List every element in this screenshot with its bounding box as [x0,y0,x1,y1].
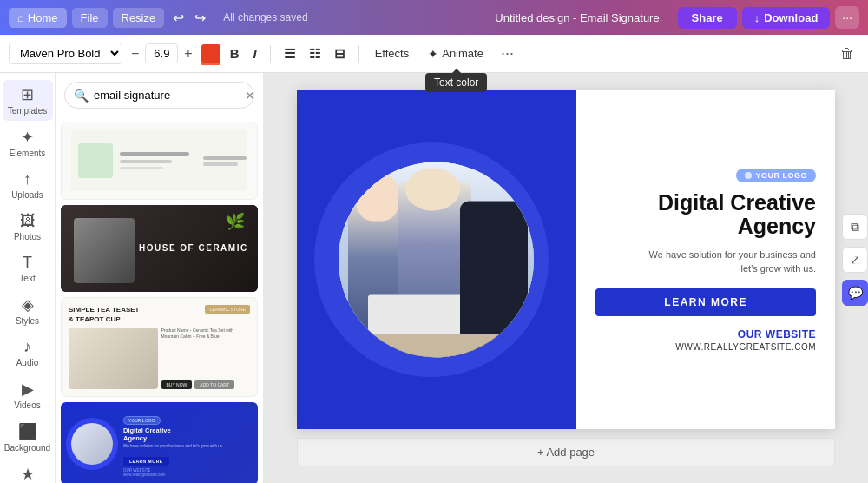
file-button[interactable]: File [72,8,108,28]
text-options-button[interactable]: ⊟ [330,44,350,63]
list-button[interactable]: ☷ [305,44,325,63]
nav-more-button[interactable]: ··· [835,6,859,29]
sidebar-item-styles[interactable]: ◈ Styles [3,290,53,331]
redo-button[interactable]: ↪ [191,8,209,28]
elements-icon: ✦ [21,128,34,147]
canvas-website-url: WWW.REALLYGREATSITE.COM [595,342,816,352]
search-input-wrap: 🔍 ✕ ⚙ [64,82,254,109]
canvas-main-title: Digital Creative Agency [595,191,816,239]
search-bar: 🔍 ✕ ⚙ [56,73,263,116]
audio-label: Audio [16,358,39,367]
elements-label: Elements [10,149,46,158]
toolbar-more-button[interactable]: ··· [496,43,519,64]
top-nav: ⌂ Home File Resize ↩ ↪ All changes saved… [0,0,868,35]
sidebar-item-logos[interactable]: ★ Logos [3,460,53,483]
home-icon: ⌂ [17,11,24,24]
uploads-icon: ↑ [23,170,31,189]
font-family-select[interactable]: Maven Pro Bold [9,43,122,64]
template-3-title: SIMPLE TEA TEASET& TEAPOT CUP [69,305,140,324]
search-icon: 🔍 [74,89,89,103]
italic-button[interactable]: I [249,44,261,63]
canvas-logo-label: YOUR LOGO [755,171,807,180]
background-icon: ⬛ [18,422,37,441]
expand-button[interactable]: ⤢ [842,247,868,273]
canvas-side-buttons: ⧉ ⤢ 💬 [842,214,868,306]
sidebar-item-templates[interactable]: ⊞ Templates [3,80,53,121]
font-size-input[interactable]: 6.9 [145,43,178,63]
photos-label: Photos [14,232,41,242]
videos-icon: ▶ [22,380,34,399]
toolbar-separator-2 [358,45,359,63]
template-2-title: HOUSE OF CERAMIC [139,242,248,255]
animate-label: Animate [442,47,483,60]
canvas-website-section: OUR WEBSITE WWW.REALLYGREATSITE.COM [595,328,816,352]
saved-status: All changes saved [223,11,490,23]
audio-icon: ♪ [23,338,31,356]
left-panel: ⊞ Templates ✦ Elements ↑ Uploads 🖼 Photo… [0,73,56,483]
search-input[interactable] [94,89,240,102]
template-sidebar: 🔍 ✕ ⚙ [56,73,264,483]
template-card-2[interactable]: 🌿 HOUSE OF CERAMIC [61,205,258,292]
sidebar-item-videos[interactable]: ▶ Videos [3,374,53,415]
file-label: File [81,11,99,24]
sidebar-item-audio[interactable]: ♪ Audio [3,333,53,373]
background-label: Background [4,443,50,453]
templates-label: Templates [8,106,48,116]
canvas-subtitle: We have solution for your business andle… [595,248,816,276]
canvas-website-label: OUR WEBSITE [595,328,816,341]
sidebar-item-photos[interactable]: 🖼 Photos [3,207,53,247]
main-area: ⊞ Templates ✦ Elements ↑ Uploads 🖼 Photo… [0,73,868,483]
undo-redo-group: ↩ ↪ [169,8,209,28]
increase-font-size-button[interactable]: + [181,44,195,63]
text-color-tooltip: Text color [425,73,487,92]
undo-button[interactable]: ↩ [169,8,187,28]
font-size-control: − 6.9 + [128,43,196,63]
template-card-4[interactable]: YOUR LOGO Digital CreativeAgency We have… [61,402,258,483]
align-center-button[interactable]: ☰ [279,44,299,63]
sidebar-item-text[interactable]: T Text [3,248,53,288]
sidebar-item-background[interactable]: ⬛ Background [3,417,53,458]
decrease-font-size-button[interactable]: − [128,44,142,63]
effects-button[interactable]: Effects [368,43,417,63]
canvas-right-panel: YOUR LOGO Digital Creative Agency We hav… [576,90,835,429]
download-button[interactable]: ↓ Download [742,7,831,29]
document-title: Untitled design - Email Signature [495,11,659,24]
resize-button[interactable]: Resize [113,8,165,28]
photos-icon: 🖼 [20,212,36,230]
sidebar-item-elements[interactable]: ✦ Elements [3,122,53,163]
share-button[interactable]: Share [678,7,737,29]
text-color-swatch[interactable] [201,44,220,63]
animate-icon: ✦ [428,47,438,61]
styles-label: Styles [16,316,39,326]
toolbar-separator-1 [270,45,271,63]
template-card-3[interactable]: SIMPLE TEA TEASET& TEAPOT CUP CERAMIC ST… [61,297,258,397]
canvas-area: YOUR LOGO Digital Creative Agency We hav… [264,73,868,483]
canvas-wrapper: YOUR LOGO Digital Creative Agency We hav… [297,90,835,429]
download-icon: ↓ [754,11,760,24]
sidebar-item-uploads[interactable]: ↑ Uploads [3,165,53,205]
chat-button[interactable]: 💬 [842,280,868,306]
template-3-badge: CERAMIC STORE [205,305,250,314]
canvas-learn-more-button[interactable]: LEARN MORE [595,288,816,316]
logos-icon: ★ [21,465,35,483]
home-button[interactable]: ⌂ Home [9,8,67,28]
templates-icon: ⊞ [21,85,34,104]
bold-button[interactable]: B [226,44,244,63]
home-label: Home [28,11,58,24]
animate-button[interactable]: ✦ Animate [421,43,490,64]
styles-icon: ◈ [22,295,34,314]
uploads-label: Uploads [11,190,43,200]
add-page-bar[interactable]: + Add page [297,438,835,466]
copy-button[interactable]: ⧉ [842,214,868,240]
resize-label: Resize [122,11,156,24]
template-list: 🌿 HOUSE OF CERAMIC SIMPLE TEA TEASET& TE… [56,116,263,483]
canvas[interactable]: YOUR LOGO Digital Creative Agency We hav… [297,90,835,429]
text-label: Text [19,274,35,283]
text-icon: T [23,254,32,272]
delete-button[interactable]: 🗑 [835,44,859,63]
canvas-design: YOUR LOGO Digital Creative Agency We hav… [297,90,835,429]
template-card-1[interactable] [61,122,258,200]
toolbar: Maven Pro Bold − 6.9 + B I ☰ ☷ ⊟ Effects… [0,35,868,73]
download-label: Download [764,11,818,24]
clear-search-icon[interactable]: ✕ [245,89,255,103]
